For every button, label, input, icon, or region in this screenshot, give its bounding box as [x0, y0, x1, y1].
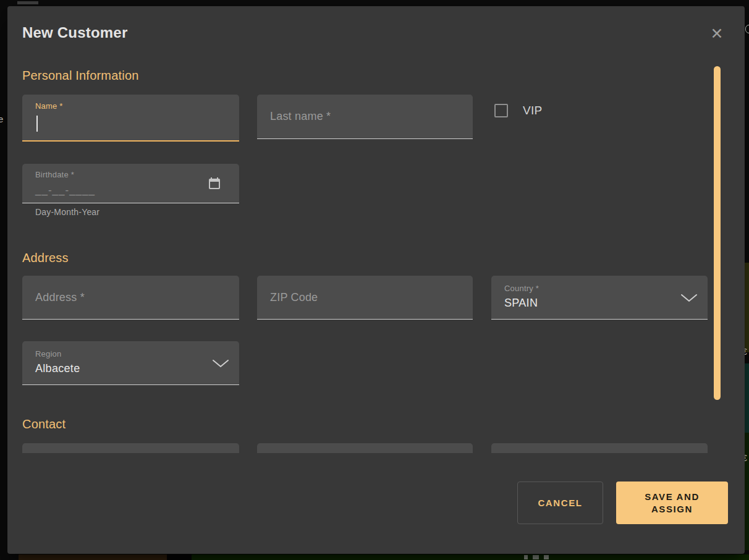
section-heading-address: Address [22, 251, 69, 265]
name-input[interactable]: Name * [22, 95, 239, 142]
section-heading-personal: Personal Information [22, 69, 139, 83]
text-cursor [36, 116, 38, 132]
birthdate-input-label: Birthdate * [35, 170, 74, 179]
region-select[interactable]: Region Albacete [22, 341, 239, 385]
birthdate-helper-text: Day-Month-Year [35, 207, 99, 217]
region-select-value: Albacete [35, 362, 80, 375]
country-select[interactable]: Country * SPAIN [491, 276, 708, 320]
backdrop-sliver [745, 363, 749, 433]
zip-code-input[interactable]: ZIP Code [257, 276, 473, 320]
cancel-button[interactable]: CANCEL [517, 482, 603, 524]
chevron-down-icon [212, 359, 229, 371]
contact-field-clipped[interactable] [257, 443, 473, 453]
chevron-down-icon [680, 294, 698, 305]
backdrop-glyph-remnant [524, 555, 528, 559]
last-name-placeholder: Last name * [270, 95, 331, 138]
backdrop-sliver [19, 554, 167, 560]
country-select-label: Country * [504, 284, 539, 293]
backdrop-shape-remnant [745, 25, 749, 33]
scrollbar-thumb[interactable] [714, 66, 721, 400]
country-select-value: SPAIN [504, 297, 538, 310]
region-select-label: Region [35, 349, 61, 358]
contact-field-clipped[interactable] [22, 443, 239, 453]
save-and-assign-button[interactable]: SAVE AND ASSIGN [616, 482, 728, 524]
backdrop-text-fragment: e [0, 114, 3, 124]
checkbox-unchecked-icon [494, 104, 508, 117]
address-input[interactable]: Address * [22, 276, 239, 320]
vip-checkbox-label: VIP [523, 104, 543, 117]
backdrop-glyph-remnant [544, 555, 549, 559]
last-name-input[interactable]: Last name * [257, 95, 473, 139]
close-icon[interactable]: ✕ [706, 22, 728, 45]
backdrop-sliver [167, 554, 192, 560]
section-heading-contact: Contact [22, 417, 66, 431]
name-input-label: Name * [35, 101, 63, 111]
dialog-title: New Customer [22, 24, 127, 41]
backdrop-sliver [190, 554, 749, 560]
backdrop-sliver [745, 263, 749, 352]
birthdate-input[interactable]: Birthdate * __-__-____ [22, 164, 239, 203]
contact-field-clipped[interactable] [491, 443, 708, 453]
backdrop-glyph-remnant [17, 1, 38, 4]
vip-checkbox[interactable]: VIP [494, 104, 543, 117]
calendar-icon[interactable] [207, 176, 222, 193]
backdrop-sliver [745, 433, 749, 550]
zip-code-placeholder: ZIP Code [270, 276, 318, 319]
backdrop-glyph-remnant [533, 555, 539, 559]
address-placeholder: Address * [35, 276, 85, 319]
birthdate-mask: __-__-____ [35, 184, 95, 197]
new-customer-dialog: New Customer ✕ Personal Information Name… [7, 6, 745, 554]
